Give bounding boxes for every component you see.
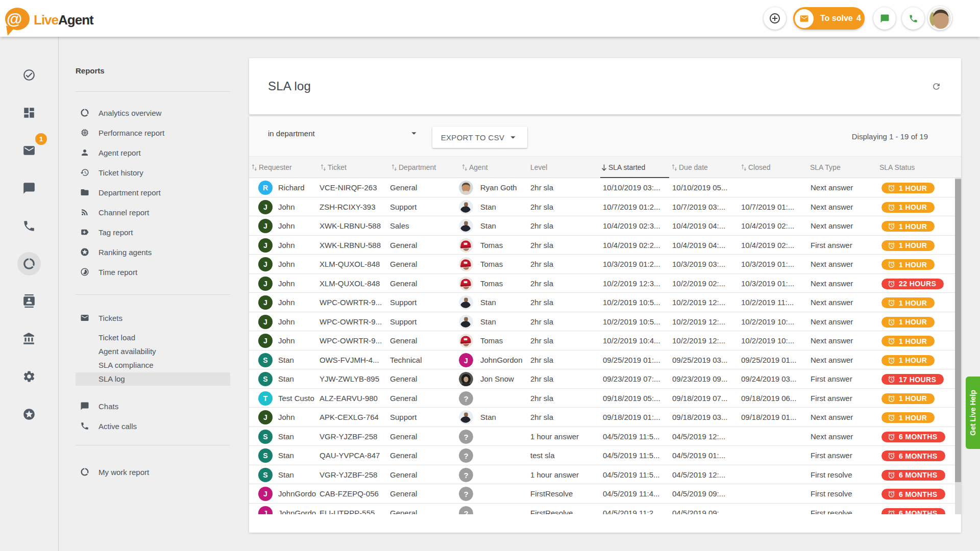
svg-text:J: J [464, 356, 468, 364]
svg-text:?: ? [463, 432, 468, 441]
svg-text:?: ? [463, 470, 468, 479]
svg-text:?: ? [463, 509, 468, 514]
svg-text:?: ? [463, 452, 468, 460]
svg-text:?: ? [463, 490, 468, 498]
svg-text:@: @ [7, 10, 22, 28]
svg-text:?: ? [463, 394, 468, 403]
